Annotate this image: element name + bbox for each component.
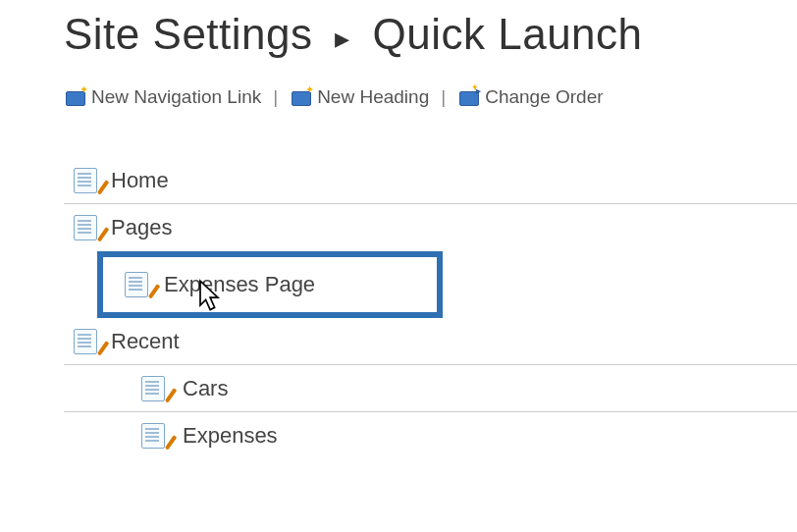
breadcrumb-separator-icon: ▸ bbox=[335, 21, 350, 55]
new-navigation-link[interactable]: New Navigation Link bbox=[64, 86, 261, 108]
nav-item-label: Cars bbox=[183, 376, 228, 401]
edit-item-icon[interactable] bbox=[64, 168, 111, 193]
nav-item-expenses-page-highlight: Expenses Page bbox=[97, 251, 443, 318]
new-heading-icon bbox=[290, 88, 311, 106]
toolbar-separator: | bbox=[441, 86, 446, 108]
nav-item-label: Expenses Page bbox=[164, 272, 315, 297]
nav-item-label: Expenses bbox=[183, 423, 278, 449]
nav-item-cars[interactable]: Cars bbox=[64, 365, 797, 412]
change-order-link[interactable]: ✦ Change Order bbox=[457, 86, 603, 108]
nav-item-home[interactable]: Home bbox=[64, 157, 797, 204]
nav-item-expenses-page[interactable]: Expenses Page bbox=[103, 257, 437, 312]
edit-item-icon[interactable] bbox=[128, 423, 183, 449]
nav-item-label: Pages bbox=[111, 215, 172, 240]
nav-item-pages[interactable]: Pages bbox=[64, 204, 797, 251]
new-link-icon bbox=[64, 88, 85, 106]
edit-item-icon[interactable] bbox=[64, 329, 111, 354]
nav-item-label: Recent bbox=[111, 329, 180, 354]
new-navigation-link-label: New Navigation Link bbox=[91, 86, 261, 108]
edit-item-icon[interactable] bbox=[64, 215, 111, 240]
breadcrumb-parent[interactable]: Site Settings bbox=[64, 10, 313, 58]
change-order-label: Change Order bbox=[485, 86, 603, 108]
nav-item-expenses[interactable]: Expenses bbox=[64, 412, 797, 459]
nav-item-recent[interactable]: Recent bbox=[64, 318, 797, 365]
edit-item-icon[interactable] bbox=[128, 376, 183, 401]
change-order-icon: ✦ bbox=[457, 88, 479, 106]
nav-item-label: Home bbox=[111, 168, 169, 193]
new-heading-link[interactable]: New Heading bbox=[290, 86, 429, 108]
quick-launch-list: Home Pages Expenses Page Recent bbox=[64, 157, 797, 459]
breadcrumb-current: Quick Launch bbox=[373, 10, 643, 58]
page-title: Site Settings ▸ Quick Launch bbox=[64, 10, 797, 59]
toolbar-separator: | bbox=[273, 86, 278, 108]
edit-item-icon[interactable] bbox=[113, 272, 164, 297]
toolbar: New Navigation Link | New Heading | ✦ Ch… bbox=[64, 86, 797, 108]
new-heading-label: New Heading bbox=[317, 86, 429, 108]
